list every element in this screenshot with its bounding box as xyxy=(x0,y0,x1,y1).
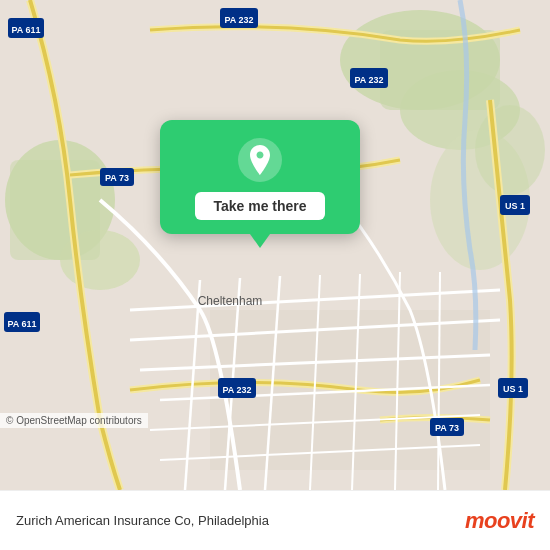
copyright-text: © OpenStreetMap contributors xyxy=(0,413,148,428)
svg-text:PA 611: PA 611 xyxy=(7,319,36,329)
svg-text:US 1: US 1 xyxy=(505,201,525,211)
moovit-logo-text: moovit xyxy=(465,508,534,534)
bottom-bar: Zurich American Insurance Co, Philadelph… xyxy=(0,490,550,550)
svg-text:PA 611: PA 611 xyxy=(11,25,40,35)
moovit-logo: moovit xyxy=(465,508,534,534)
svg-text:Cheltenham: Cheltenham xyxy=(198,294,263,308)
location-pin-container xyxy=(238,138,282,182)
popup-card: Take me there xyxy=(160,120,360,234)
svg-text:PA 232: PA 232 xyxy=(224,15,253,25)
location-label: Zurich American Insurance Co, Philadelph… xyxy=(16,513,269,528)
take-me-there-button[interactable]: Take me there xyxy=(195,192,324,220)
svg-text:US 1: US 1 xyxy=(503,384,523,394)
map-container: PA 611 PA 232 PA 73 PA 611 US 1 PA 232 U… xyxy=(0,0,550,490)
svg-text:PA 73: PA 73 xyxy=(435,423,459,433)
location-pin-icon xyxy=(247,145,273,175)
svg-point-8 xyxy=(475,105,545,195)
svg-text:PA 73: PA 73 xyxy=(105,173,129,183)
svg-text:PA 232: PA 232 xyxy=(222,385,251,395)
svg-text:PA 232: PA 232 xyxy=(354,75,383,85)
